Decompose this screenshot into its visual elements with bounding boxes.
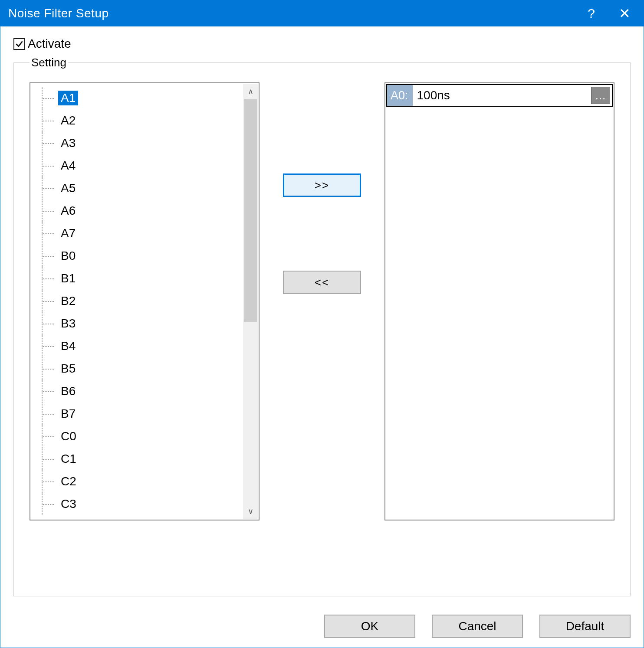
- list-item[interactable]: C2: [39, 470, 238, 493]
- list-item-label: B7: [58, 406, 78, 421]
- configured-channels-list[interactable]: A0:...: [384, 82, 614, 520]
- check-icon: [15, 39, 24, 49]
- list-item-label: C3: [58, 497, 79, 511]
- tree-connector-icon: [39, 177, 58, 200]
- list-item-label: B3: [58, 316, 78, 331]
- setting-group: Setting A1A2A3A4A5A6A7B0B1B2B3B4B5B6B7C0…: [13, 56, 631, 596]
- add-button[interactable]: >>: [283, 173, 361, 197]
- tree-connector-icon: [39, 357, 58, 380]
- activate-row: Activate: [13, 37, 631, 51]
- list-item[interactable]: A1: [39, 87, 238, 109]
- remove-button[interactable]: <<: [283, 271, 361, 294]
- tree-connector-icon: [39, 335, 58, 357]
- transfer-buttons-column: >> <<: [279, 82, 365, 294]
- titlebar: Noise Filter Setup ? ✕: [0, 0, 644, 26]
- scroll-down-button[interactable]: ∨: [243, 504, 258, 519]
- tree-connector-icon: [39, 312, 58, 335]
- tree-connector-icon: [39, 267, 58, 290]
- titlebar-buttons: ? ✕: [588, 7, 638, 20]
- list-item-label: C1: [58, 452, 79, 466]
- list-item[interactable]: A4: [39, 154, 238, 177]
- available-channels-inner: A1A2A3A4A5A6A7B0B1B2B3B4B5B6B7C0C1C2C3: [31, 84, 243, 519]
- tree-connector-icon: [39, 380, 58, 403]
- list-item-label: A4: [58, 158, 78, 173]
- list-item-label: B2: [58, 294, 78, 308]
- list-item-label: A2: [58, 113, 78, 128]
- list-item[interactable]: A7: [39, 222, 238, 245]
- available-channels-list[interactable]: A1A2A3A4A5A6A7B0B1B2B3B4B5B6B7C0C1C2C3 ∧…: [30, 82, 260, 520]
- list-item[interactable]: A5: [39, 177, 238, 200]
- list-item[interactable]: C0: [39, 425, 238, 448]
- list-item-label: A5: [58, 181, 78, 196]
- tree-connector-icon: [39, 403, 58, 425]
- configured-row: A0:...: [386, 84, 613, 107]
- tree-connector-icon: [39, 290, 58, 312]
- configured-row-label: A0:: [387, 85, 413, 106]
- list-item[interactable]: A2: [39, 109, 238, 132]
- scroll-thumb[interactable]: [244, 99, 257, 322]
- list-item[interactable]: C3: [39, 493, 238, 515]
- list-item-label: C2: [58, 474, 79, 489]
- list-item[interactable]: B1: [39, 267, 238, 290]
- help-button[interactable]: ?: [588, 7, 595, 20]
- list-item[interactable]: B4: [39, 335, 238, 357]
- tree-connector-icon: [39, 132, 58, 154]
- list-item[interactable]: B5: [39, 357, 238, 380]
- list-item-label: B0: [58, 249, 78, 263]
- list-item-label: B6: [58, 384, 78, 399]
- tree-connector-icon: [39, 200, 58, 222]
- tree-connector-icon: [39, 222, 58, 245]
- default-button[interactable]: Default: [539, 615, 631, 638]
- list-item[interactable]: B3: [39, 312, 238, 335]
- list-item[interactable]: C1: [39, 448, 238, 470]
- list-item[interactable]: A6: [39, 200, 238, 222]
- list-item-label: B5: [58, 361, 78, 376]
- list-item-label: C0: [58, 429, 79, 444]
- list-item[interactable]: B2: [39, 290, 238, 312]
- list-item[interactable]: B7: [39, 403, 238, 425]
- configured-channels-inner: A0:...: [386, 84, 613, 107]
- list-item[interactable]: B0: [39, 245, 238, 267]
- activate-label: Activate: [28, 37, 71, 51]
- window-title: Noise Filter Setup: [8, 7, 588, 20]
- list-item[interactable]: A3: [39, 132, 238, 154]
- list-item-label: B1: [58, 271, 78, 286]
- list-item-label: A6: [58, 203, 78, 218]
- browse-button[interactable]: ...: [591, 87, 610, 104]
- activate-checkbox[interactable]: [13, 38, 25, 50]
- setting-legend: Setting: [30, 56, 68, 69]
- client-area: Activate Setting A1A2A3A4A5A6A7B0B1B2B3B…: [0, 26, 644, 604]
- tree-connector-icon: [39, 493, 58, 515]
- tree-connector-icon: [39, 425, 58, 448]
- tree-connector-icon: [39, 470, 58, 493]
- cancel-button[interactable]: Cancel: [432, 615, 523, 638]
- scroll-track[interactable]: [243, 99, 258, 504]
- filter-value-field[interactable]: [413, 85, 589, 106]
- tree-connector-icon: [39, 245, 58, 267]
- tree-connector-icon: [39, 154, 58, 177]
- tree-connector-icon: [39, 448, 58, 470]
- tree-connector-icon: [39, 109, 58, 132]
- tree-connector-icon: [39, 87, 58, 109]
- close-button[interactable]: ✕: [619, 7, 631, 20]
- ok-button[interactable]: OK: [324, 615, 415, 638]
- list-item-label: A3: [58, 136, 78, 151]
- scroll-up-button[interactable]: ∧: [243, 84, 258, 99]
- setting-columns: A1A2A3A4A5A6A7B0B1B2B3B4B5B6B7C0C1C2C3 ∧…: [30, 82, 614, 570]
- list-item-label: A7: [58, 226, 78, 241]
- list-item-label: A1: [58, 91, 78, 105]
- list-item-label: B4: [58, 339, 78, 353]
- dialog-footer: OK Cancel Default: [0, 604, 644, 648]
- dialog-window: Noise Filter Setup ? ✕ Activate Setting …: [0, 0, 644, 648]
- available-scrollbar[interactable]: ∧ ∨: [243, 84, 258, 519]
- list-item[interactable]: B6: [39, 380, 238, 403]
